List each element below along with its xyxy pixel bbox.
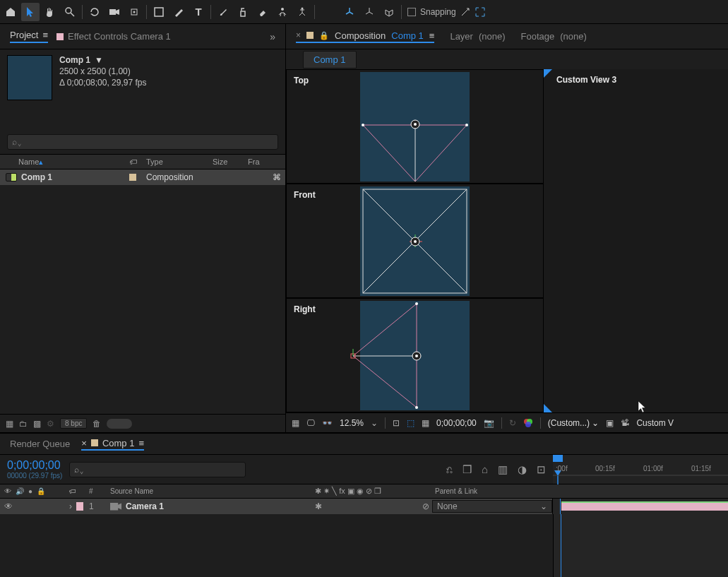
- comp-subtab[interactable]: Comp 1: [303, 51, 357, 69]
- tab-timeline-comp[interactable]: ×Comp 1 ≡: [81, 438, 144, 451]
- eye-col-icon[interactable]: 👁: [4, 487, 11, 495]
- draft3d-icon[interactable]: ❒: [463, 463, 472, 476]
- col-name[interactable]: Name: [18, 157, 39, 166]
- motion-blur-icon[interactable]: ◑: [518, 463, 527, 476]
- audio-col-icon[interactable]: 🔊: [16, 487, 24, 495]
- search-pill[interactable]: [107, 419, 132, 429]
- tab-render-queue[interactable]: Render Queue: [10, 439, 70, 449]
- time-ruler[interactable]: :00f 00:15f 01:00f 01:15f: [553, 455, 728, 484]
- project-search[interactable]: ⌕⌄: [7, 134, 278, 150]
- parent-value[interactable]: None: [437, 501, 458, 511]
- snapshot-icon[interactable]: 📷: [484, 418, 494, 428]
- interpret-icon[interactable]: ▦: [6, 419, 13, 429]
- tab-menu-icon[interactable]: ≡: [138, 438, 144, 448]
- flowchart-icon[interactable]: ⌘: [273, 172, 281, 182]
- trash-icon[interactable]: 🗑: [93, 419, 101, 429]
- snap-expand-icon[interactable]: [475, 6, 486, 18]
- switches-icons[interactable]: ✱ ✷ ╲ fx ▣ ◉ ⊘ ❒: [315, 487, 381, 496]
- col-type[interactable]: Type: [142, 157, 213, 166]
- col-parent[interactable]: Parent & Link: [432, 487, 552, 495]
- comp-mini-icon[interactable]: ⎌: [446, 463, 453, 476]
- sort-icon[interactable]: ▴: [39, 157, 43, 166]
- type-tool-icon[interactable]: T: [189, 3, 208, 21]
- frame-blend-icon[interactable]: ▥: [498, 463, 508, 476]
- layer-bar[interactable]: [561, 501, 728, 511]
- safe-icon[interactable]: ⬚: [407, 418, 414, 428]
- view-top[interactable]: Top: [286, 69, 544, 184]
- tab-menu-icon[interactable]: ≡: [429, 30, 435, 41]
- roto-tool-icon[interactable]: [273, 3, 292, 21]
- pan-behind-icon[interactable]: [125, 3, 143, 21]
- graph-icon[interactable]: ⊡: [537, 463, 546, 476]
- dropdown-icon[interactable]: ▼: [95, 55, 103, 65]
- layer-row[interactable]: 👁 › 1 Camera 1 ✱⊘ None⌄: [0, 499, 728, 514]
- timeline-search[interactable]: ⌕⌄: [69, 462, 246, 477]
- home-icon[interactable]: [1, 3, 20, 21]
- bpc-button[interactable]: 8 bpc: [60, 418, 87, 429]
- label-col-icon[interactable]: 🏷: [69, 487, 76, 495]
- view-layout-icon[interactable]: ▣: [606, 418, 614, 428]
- axis-local-icon[interactable]: [340, 3, 359, 21]
- parent-dropdown-icon[interactable]: ⌄: [540, 501, 547, 511]
- shy-icon[interactable]: ⌂: [482, 463, 488, 476]
- alpha-icon[interactable]: ▦: [292, 418, 299, 428]
- zoom-dropdown-icon[interactable]: ⌄: [371, 418, 378, 428]
- puppet-tool-icon[interactable]: [293, 3, 311, 21]
- project-item-row[interactable]: Comp 1 Composition ⌘: [0, 169, 285, 185]
- solo-col-icon[interactable]: ●: [28, 487, 32, 495]
- monitor-icon[interactable]: 🖵: [306, 418, 315, 428]
- orbit-tool-icon[interactable]: [85, 3, 104, 21]
- layer-track[interactable]: [552, 499, 728, 514]
- right-view-label[interactable]: Custom V: [636, 418, 674, 428]
- snapping-checkbox[interactable]: [407, 8, 416, 16]
- switch-shy[interactable]: ✱: [315, 501, 322, 511]
- adjustment-icon[interactable]: ⚙: [47, 419, 54, 429]
- tab-effect-controls[interactable]: Effect Controls Camera 1: [56, 31, 171, 42]
- rect-tool-icon[interactable]: [150, 3, 168, 21]
- col-number[interactable]: #: [86, 487, 107, 495]
- tab-close-icon[interactable]: ×: [81, 438, 87, 448]
- view-custom[interactable]: Custom View 3: [544, 69, 728, 412]
- tab-footage[interactable]: Footage (none): [521, 31, 587, 42]
- axis-view-icon[interactable]: [380, 3, 398, 21]
- camera-tool-icon[interactable]: [105, 3, 124, 21]
- lock-col-icon[interactable]: 🔒: [37, 487, 45, 495]
- zoom-tool-icon[interactable]: [61, 3, 79, 21]
- new-folder-icon[interactable]: 🗀: [19, 419, 28, 429]
- close-tab-icon[interactable]: ×: [296, 30, 301, 40]
- snap-opts-icon[interactable]: [460, 7, 470, 17]
- timecode[interactable]: 0;00;00;00: [7, 459, 62, 472]
- snapping-toggle[interactable]: Snapping: [405, 6, 489, 18]
- tab-project[interactable]: Project ≡: [10, 30, 48, 43]
- col-size[interactable]: Size: [213, 157, 248, 166]
- panel-overflow-icon[interactable]: »: [270, 31, 275, 42]
- tab-layer[interactable]: Layer (none): [450, 31, 505, 42]
- comp-thumbnail[interactable]: [7, 55, 52, 100]
- col-source[interactable]: Source Name: [107, 487, 312, 495]
- camera-view-icon[interactable]: 📽: [621, 418, 629, 428]
- axis-world-icon[interactable]: [360, 3, 378, 21]
- switch-link[interactable]: ⊘: [422, 501, 429, 511]
- eraser-tool-icon[interactable]: [253, 3, 272, 21]
- channels-icon[interactable]: [523, 418, 533, 428]
- tag-icon[interactable]: 🏷: [129, 157, 137, 166]
- selection-tool-icon[interactable]: [21, 3, 40, 21]
- brush-tool-icon[interactable]: [214, 3, 232, 21]
- expand-icon[interactable]: ›: [69, 501, 72, 511]
- view-right[interactable]: Right: [286, 298, 544, 412]
- new-comp-icon[interactable]: ▩: [33, 419, 41, 429]
- col-framerate[interactable]: Fra: [248, 157, 285, 166]
- res-icon[interactable]: ⊡: [393, 418, 400, 428]
- lock-icon[interactable]: 🔒: [319, 31, 329, 40]
- view-front[interactable]: Front: [286, 184, 544, 298]
- hand-tool-icon[interactable]: [41, 3, 59, 21]
- pen-tool-icon[interactable]: [169, 3, 188, 21]
- time-display[interactable]: 0;00;00;00: [436, 418, 477, 428]
- clone-tool-icon[interactable]: [234, 3, 252, 21]
- view-select[interactable]: (Custom...) ⌄: [548, 418, 599, 428]
- refresh-icon[interactable]: ↻: [509, 418, 516, 428]
- layer-color[interactable]: [76, 502, 83, 511]
- item-color-chip[interactable]: [129, 174, 136, 181]
- tab-composition[interactable]: × 🔒 Composition Comp 1 ≡: [296, 30, 434, 43]
- zoom-value[interactable]: 12.5%: [340, 418, 364, 428]
